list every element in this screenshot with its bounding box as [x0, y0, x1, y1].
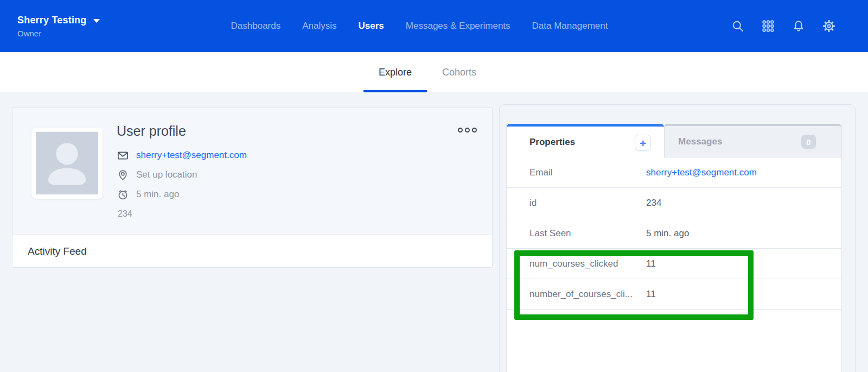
nav-item-dashboards[interactable]: Dashboards [231, 21, 281, 31]
workspace-name: Sherry Testing [17, 15, 87, 26]
set-up-location-link[interactable]: Set up location [136, 169, 197, 180]
nav-item-analysis[interactable]: Analysis [302, 21, 336, 31]
profile-info: User profile sherry+test@segment.com [117, 123, 247, 219]
bell-icon[interactable] [792, 20, 805, 33]
profile-last-seen: 5 min. ago [136, 189, 179, 200]
tab-cohorts[interactable]: Cohorts [427, 52, 492, 92]
property-label: num_courses_clicked [507, 258, 646, 269]
search-icon[interactable] [731, 20, 744, 33]
nav-item-messages-experiments[interactable]: Messages & Experiments [406, 21, 510, 31]
page: Sherry Testing Owner Dashboards Analysis… [0, 0, 868, 372]
properties-panel: Properties + Messages 0 Email sherry+tes… [506, 124, 842, 372]
tab-explore[interactable]: Explore [363, 52, 427, 92]
table-row: Last Seen 5 min. ago [507, 218, 841, 249]
property-label: id [507, 198, 646, 209]
alarm-clock-icon [117, 188, 129, 201]
nav-item-data-management[interactable]: Data Management [532, 21, 608, 31]
table-row: Email sherry+test@segment.com [507, 157, 841, 188]
profile-location-row: Set up location [117, 165, 247, 185]
profile-section: User profile sherry+test@segment.com [12, 108, 492, 235]
workspace-role: Owner [17, 29, 100, 38]
profile-email-row: sherry+test@segment.com [117, 146, 247, 165]
secondary-nav: Explore Cohorts [0, 52, 868, 92]
profile-email-link[interactable]: sherry+test@segment.com [136, 150, 247, 161]
profile-user-id: 234 [117, 209, 247, 219]
property-value: 11 [646, 289, 656, 300]
top-navigation-bar: Sherry Testing Owner Dashboards Analysis… [0, 0, 868, 52]
activity-feed-title: Activity Feed [28, 245, 87, 257]
dot-icon [458, 128, 463, 133]
more-options-button[interactable] [458, 128, 477, 133]
profile-title: User profile [117, 123, 247, 139]
table-row: id 234 [507, 188, 841, 218]
nav-item-users[interactable]: Users [359, 21, 384, 31]
property-value: 5 min. ago [646, 228, 689, 239]
tab-messages-label: Messages [678, 136, 722, 147]
activity-feed-section: Activity Feed [12, 235, 492, 267]
gear-icon[interactable] [822, 20, 835, 33]
chevron-down-icon [93, 19, 100, 23]
user-profile-card: User profile sherry+test@segment.com [12, 108, 493, 268]
dot-icon [465, 128, 470, 133]
panel-tabs: Properties + Messages 0 [507, 124, 841, 157]
location-pin-icon [117, 169, 129, 181]
tab-properties[interactable]: Properties + [507, 124, 664, 157]
table-row: number_of_courses_cli... 11 [507, 279, 841, 310]
envelope-icon [117, 149, 129, 162]
tab-messages[interactable]: Messages 0 [664, 124, 841, 157]
workspace-selector[interactable]: Sherry Testing Owner [17, 0, 100, 52]
topbar-icon-group [731, 0, 835, 52]
table-row: num_courses_clicked 11 [507, 249, 841, 279]
dot-icon [472, 128, 477, 133]
profile-last-seen-row: 5 min. ago [117, 185, 247, 204]
messages-count-badge: 0 [801, 135, 816, 149]
apps-grid-icon[interactable] [762, 20, 775, 33]
property-value: 11 [646, 258, 656, 269]
properties-table: Email sherry+test@segment.com id 234 Las… [507, 157, 841, 310]
primary-nav: Dashboards Analysis Users Messages & Exp… [231, 0, 608, 52]
property-label: Email [507, 167, 646, 178]
avatar [31, 128, 103, 199]
add-property-button[interactable]: + [635, 135, 651, 151]
property-value: 234 [646, 198, 661, 209]
property-value-email-link[interactable]: sherry+test@segment.com [646, 167, 757, 178]
tab-properties-label: Properties [529, 137, 575, 148]
property-label: number_of_courses_cli... [507, 289, 646, 300]
property-label: Last Seen [507, 228, 646, 239]
